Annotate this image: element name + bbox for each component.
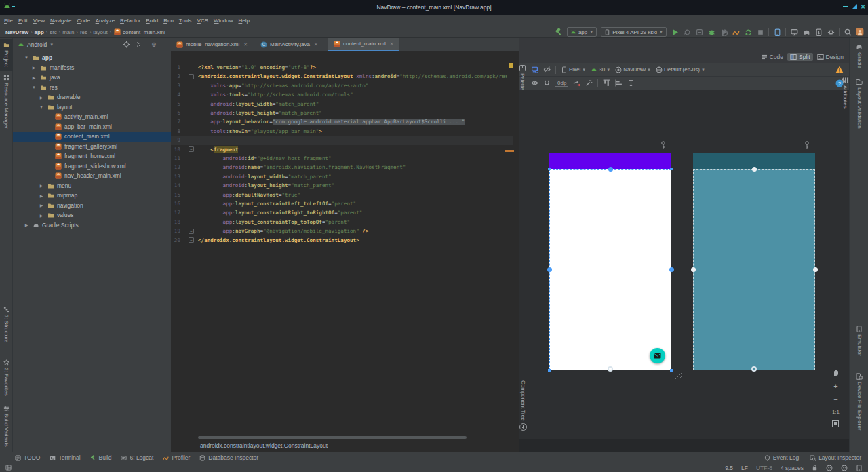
code-line-9[interactable]: 9 [171, 136, 513, 144]
lock-icon[interactable] [812, 465, 818, 471]
toolwindow-terminal[interactable]: Terminal [50, 454, 80, 461]
breadcrumb-NavDraw[interactable]: NavDraw [5, 29, 28, 35]
clear-constraints-icon[interactable] [573, 79, 580, 88]
collapse-all-button[interactable] [134, 40, 143, 50]
tree-item-menu[interactable]: ▶menu [13, 181, 171, 191]
breadcrumb-src[interactable]: src [50, 29, 57, 35]
api-picker[interactable]: 30▼ [591, 66, 610, 73]
editor-tab-MainActivity.java[interactable]: CMainActivity.java✕ [255, 38, 323, 51]
toolwindow-todo[interactable]: TODO [15, 454, 40, 461]
menu-help[interactable]: Help [235, 18, 252, 24]
settings-icon[interactable] [827, 28, 835, 36]
code-line-15[interactable]: 15 app:defaultNavHost="true" [171, 191, 513, 199]
zoom-in-button[interactable]: + [833, 382, 837, 390]
constraint-handle-bottom[interactable] [608, 366, 613, 372]
tree-item-res[interactable]: ▼res [13, 83, 171, 93]
gradle-sync-icon[interactable] [802, 28, 810, 36]
run-config-selector[interactable]: app▼ [567, 27, 597, 37]
code-line-12[interactable]: 12 android:name="androidx.navigation.fra… [171, 163, 513, 172]
fold-marker[interactable]: − [189, 146, 194, 152]
menu-code[interactable]: Code [75, 18, 93, 24]
breadcrumb-item[interactable]: androidx.constraintlayout.widget.Constra… [200, 442, 328, 449]
breadcrumb-layout[interactable]: layout [93, 29, 107, 35]
code-line-7[interactable]: 7 app:layout_behavior="com.google.androi… [171, 117, 513, 126]
design-preview-phone[interactable] [549, 153, 671, 370]
tree-item-fragment-slideshow-xml[interactable]: fragment_slideshow.xml [13, 161, 171, 172]
menu-window[interactable]: Window [211, 18, 235, 24]
align-icon[interactable] [615, 79, 623, 88]
editor-tab-content_main.xml[interactable]: content_main.xml✕ [328, 38, 399, 51]
mode-code[interactable]: Code [758, 53, 786, 61]
device-selector[interactable]: Pixel 4 API 29 kski▼ [601, 27, 667, 37]
constraint-handle-bottom[interactable] [751, 366, 757, 372]
design-surface-icon[interactable] [531, 65, 538, 75]
infer-constraints-icon[interactable] [585, 79, 593, 88]
code-line-2[interactable]: 2−<androidx.constraintlayout.widget.Cons… [171, 72, 513, 81]
profile-low-overhead-button[interactable] [719, 28, 728, 36]
stop-button[interactable] [756, 28, 764, 36]
tool-strip-device-file-explorer[interactable]: Device File Explorer [850, 370, 868, 452]
toolwindow-profiler[interactable]: Profiler [163, 454, 190, 461]
color-blind-icon[interactable] [543, 65, 551, 75]
tool-strip-build-variants[interactable]: Build Variants [0, 403, 13, 450]
sdk-manager-icon[interactable] [814, 28, 823, 36]
breadcrumb-app[interactable]: app [35, 29, 44, 35]
device-status-icon[interactable] [856, 465, 863, 471]
tool-strip-emulator[interactable]: Emulator [850, 323, 868, 368]
code-line-8[interactable]: 8 tools:showIn="@layout/app_bar_main"> [171, 127, 513, 136]
tree-item-manifests[interactable]: ▶manifests [13, 63, 171, 73]
file-encoding[interactable]: UTF-8 [756, 465, 772, 471]
fold-marker[interactable]: − [189, 74, 194, 79]
code-line-18[interactable]: 18 app:layout_constraintTop_toTopOf="par… [171, 218, 513, 227]
constraint-handle-right[interactable] [669, 267, 674, 272]
menu-vcs[interactable]: VCS [195, 18, 211, 24]
indent-setting[interactable]: 4 spaces [781, 465, 804, 471]
attributes-tab[interactable]: Attributes [842, 77, 848, 109]
mode-split[interactable]: Split [787, 53, 813, 61]
tree-item-mipmap[interactable]: ▶mipmap [13, 191, 171, 201]
settings-icon[interactable]: ⚙ [149, 40, 159, 50]
code-line-6[interactable]: 6 android:layout_height="match_parent" [171, 109, 513, 117]
warning-icon[interactable] [835, 66, 844, 73]
menu-view[interactable]: View [31, 18, 47, 24]
toolwindow-database-inspector[interactable]: Database Inspector [199, 454, 258, 461]
debug-button[interactable] [707, 28, 715, 36]
fab-preview[interactable] [650, 348, 665, 363]
palette-tab[interactable]: Palette [519, 65, 526, 90]
close-button[interactable]: ✕ [861, 4, 865, 10]
menu-tools[interactable]: Tools [176, 18, 195, 24]
constraint-handle-left[interactable] [691, 267, 696, 272]
status-icon[interactable] [841, 465, 848, 471]
close-tab-icon[interactable]: ✕ [314, 42, 318, 47]
mode-design[interactable]: Design [814, 53, 846, 61]
tool-strip-gradle[interactable]: Gradle [850, 41, 868, 75]
toolwindow-layout-inspector[interactable]: Layout Inspector [810, 454, 861, 461]
code-line-11[interactable]: 11 android:id="@+id/nav_host_fragment" [171, 154, 513, 163]
theme-picker[interactable]: NavDraw▼ [615, 66, 651, 73]
resize-handle[interactable] [673, 371, 682, 380]
tree-item-app-bar-main-xml[interactable]: app_bar_main.xml [13, 122, 171, 132]
tree-item-values[interactable]: ▶values [13, 210, 171, 220]
breadcrumb-main[interactable]: main [62, 29, 74, 35]
locate-file-button[interactable] [121, 40, 131, 50]
code-line-17[interactable]: 17 app:layout_constraintRight_toRightOf=… [171, 208, 513, 217]
tool-strip--favorites[interactable]: 2: Favorites [0, 357, 13, 400]
menu-edit[interactable]: Edit [16, 18, 31, 24]
tree-item-java[interactable]: ▶java [13, 73, 171, 83]
line-ending[interactable]: LF [741, 465, 748, 471]
constraint-handle-top[interactable] [752, 167, 757, 172]
tree-item-drawable[interactable]: ▶drawable [13, 92, 171, 102]
code-line-3[interactable]: 3 xmlns:app="http://schemas.android.com/… [171, 81, 513, 90]
menu-navigate[interactable]: Navigate [47, 18, 75, 24]
menu-run[interactable]: Run [161, 18, 176, 24]
tree-item-layout[interactable]: ▼layout [13, 102, 171, 113]
code-line-20[interactable]: 20−</androidx.constraintlayout.widget.Co… [171, 236, 513, 245]
breadcrumb-file[interactable]: content_main.xml [123, 29, 165, 35]
toolwindow-event-log[interactable]: Event Log [764, 454, 799, 461]
menu-build[interactable]: Build [143, 18, 161, 24]
close-tab-icon[interactable]: ✕ [243, 42, 248, 47]
profile-avatar[interactable] [856, 28, 864, 36]
code-line-16[interactable]: 16 app:layout_constraintLeft_toLeftOf="p… [171, 199, 513, 208]
code-line-5[interactable]: 5 android:layout_width="match_parent" [171, 100, 513, 109]
tree-item-app[interactable]: ▼app [13, 53, 171, 63]
